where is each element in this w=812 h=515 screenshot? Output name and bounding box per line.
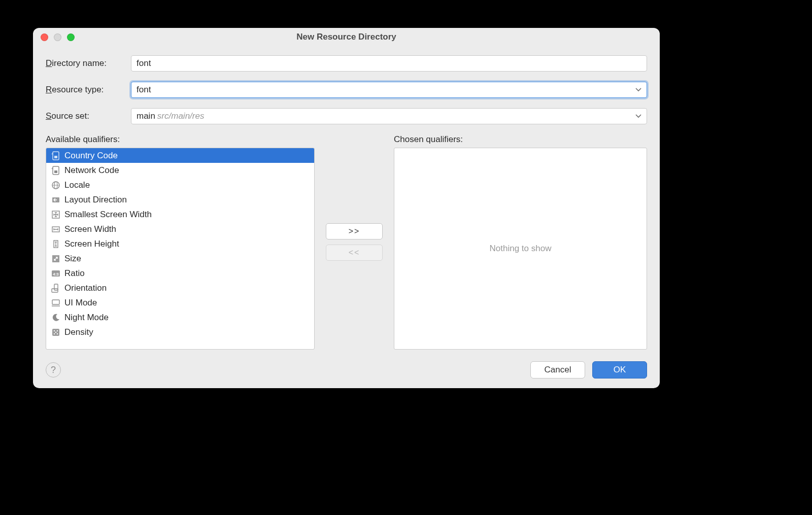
arrow-left-icon: [51, 195, 60, 204]
available-label: Available qualifiers:: [46, 134, 315, 145]
qualifier-area: Available qualifiers: Country CodeNetwor…: [46, 134, 647, 350]
empty-placeholder: Nothing to show: [490, 244, 552, 254]
dim-both-icon: [51, 210, 60, 219]
qualifier-item[interactable]: Network Code: [46, 163, 314, 178]
qualifier-item[interactable]: Size: [46, 251, 314, 266]
qualifier-item-label: Size: [64, 254, 81, 264]
qualifier-item[interactable]: Locale: [46, 178, 314, 192]
close-icon[interactable]: [41, 33, 48, 41]
qualifier-item-label: Locale: [64, 180, 90, 190]
directory-name-input[interactable]: font: [131, 55, 647, 72]
qualifier-item[interactable]: Orientation: [46, 281, 314, 295]
available-column: Available qualifiers: Country CodeNetwor…: [46, 134, 315, 350]
qualifier-item-label: Screen Height: [64, 239, 119, 249]
qualifier-item[interactable]: Layout Direction: [46, 192, 314, 207]
qualifier-item[interactable]: UI Mode: [46, 295, 314, 310]
cancel-button[interactable]: Cancel: [530, 361, 585, 379]
resource-type-select[interactable]: font: [131, 82, 647, 98]
dim-h-icon: [51, 225, 60, 234]
qualifier-item-label: UI Mode: [64, 298, 97, 308]
dialog-window: New Resource Directory Directory name: f…: [33, 28, 660, 388]
help-button[interactable]: ?: [46, 362, 61, 377]
qualifier-item[interactable]: Country Code: [46, 148, 314, 163]
ok-button[interactable]: OK: [592, 361, 647, 379]
qualifier-item-label: Screen Width: [64, 224, 116, 234]
qualifier-item-label: Layout Direction: [64, 195, 127, 205]
qualifier-item[interactable]: Ratio: [46, 266, 314, 281]
expand-icon: [51, 254, 60, 263]
chosen-column: Chosen qualifiers: Nothing to show: [394, 134, 647, 350]
sim-icon: [51, 166, 60, 175]
qualifier-item[interactable]: Smallest Screen Width: [46, 207, 314, 222]
chevron-down-icon: [635, 88, 641, 92]
row-directory-name: Directory name: font: [46, 55, 647, 72]
qualifier-item-label: Network Code: [64, 165, 119, 176]
qualifier-item-label: Country Code: [64, 151, 118, 161]
orientation-icon: [51, 284, 60, 293]
moon-icon: [51, 313, 60, 322]
qualifier-item-label: Orientation: [64, 283, 107, 293]
source-set-select[interactable]: main src/main/res: [131, 108, 647, 124]
qualifier-item-label: Night Mode: [64, 313, 109, 323]
move-left-button: <<: [326, 245, 383, 261]
globe-icon: [51, 181, 60, 190]
directory-name-label: Directory name:: [46, 58, 131, 68]
qualifier-item[interactable]: Screen Height: [46, 236, 314, 251]
qualifier-item[interactable]: Screen Width: [46, 222, 314, 236]
qualifier-item-label: Ratio: [64, 268, 85, 279]
move-right-button[interactable]: >>: [326, 223, 383, 239]
chevron-down-icon: [635, 114, 641, 118]
qualifier-item[interactable]: Night Mode: [46, 310, 314, 325]
titlebar: New Resource Directory: [33, 28, 660, 46]
qualifier-item[interactable]: Density: [46, 325, 314, 339]
window-controls: [41, 33, 75, 41]
move-buttons-column: >> <<: [324, 134, 385, 350]
dim-v-icon: [51, 239, 60, 249]
chosen-label: Chosen qualifiers:: [394, 134, 647, 145]
available-qualifiers-list[interactable]: Country CodeNetwork CodeLocaleLayout Dir…: [46, 148, 315, 350]
resource-type-label: Resource type:: [46, 85, 131, 95]
zoom-icon[interactable]: [67, 33, 75, 41]
qualifier-item-label: Density: [64, 327, 93, 337]
sim-icon: [51, 151, 60, 160]
minimize-icon: [54, 33, 61, 41]
source-set-label: Source set:: [46, 111, 131, 121]
ratio-icon: [51, 269, 60, 278]
chosen-qualifiers-list[interactable]: Nothing to show: [394, 148, 647, 350]
dialog-content: Directory name: font Resource type: font…: [33, 46, 660, 355]
row-resource-type: Resource type: font: [46, 82, 647, 98]
dialog-footer: ? Cancel OK: [33, 355, 660, 388]
qualifier-item-label: Smallest Screen Width: [64, 210, 152, 220]
desk-icon: [51, 298, 60, 307]
window-title: New Resource Directory: [33, 32, 660, 42]
density-icon: [51, 328, 60, 337]
row-source-set: Source set: main src/main/res: [46, 108, 647, 124]
